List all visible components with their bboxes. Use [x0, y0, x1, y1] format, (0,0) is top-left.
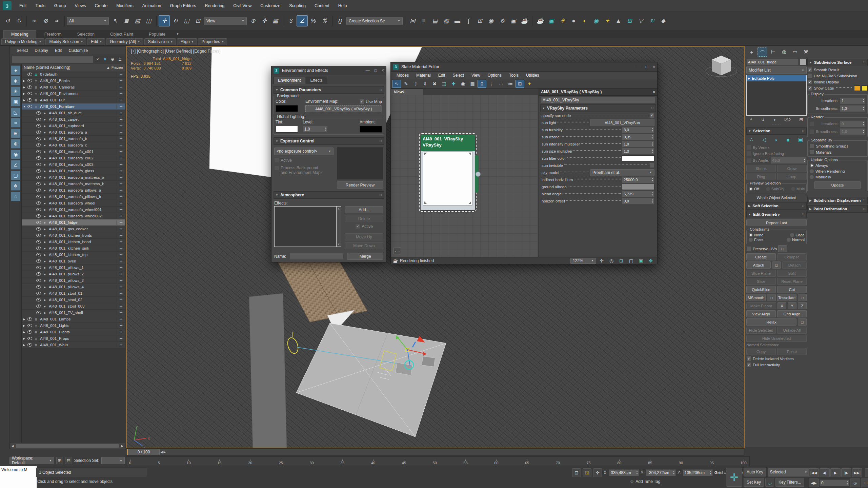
expand-arrow-icon[interactable]: ▶ — [23, 79, 27, 82]
effect-active-checkbox[interactable] — [355, 224, 360, 229]
ribbon-tool-button[interactable]: Properties▾ — [198, 38, 227, 45]
select-and-link-icon[interactable]: ∞ — [29, 15, 40, 26]
visibility-eye-icon[interactable] — [36, 201, 41, 205]
angle-snap-toggle-icon[interactable]: ∠ — [297, 15, 308, 26]
time-configuration-icon[interactable]: ◷ — [850, 479, 860, 487]
node-label[interactable]: 0 (default) — [40, 72, 117, 76]
move-column-icon[interactable]: ✛ — [117, 117, 125, 122]
panel-divider[interactable]: ······ — [746, 123, 807, 126]
filter-shapes-icon[interactable]: ◈ — [11, 76, 20, 85]
rollout-subdivision-surface[interactable]: ▼Subdivision Surface∷ — [807, 59, 868, 66]
indirect-horiz-illum-spinner[interactable]: 25000,0▲▼ — [622, 176, 654, 183]
zoom-region-icon[interactable]: ⊡ — [617, 257, 626, 265]
edit-named-selection-sets-icon[interactable]: {} — [335, 15, 346, 26]
relax-button[interactable]: Relax — [746, 318, 796, 326]
rollout-common-parameters[interactable]: ▼Common Parameters∷ — [274, 86, 384, 94]
expand-arrow-icon[interactable]: ▶ — [23, 331, 27, 334]
list-item[interactable]: AI48_001_air_duct ✛ — [22, 110, 125, 116]
visibility-eye-icon[interactable] — [36, 240, 41, 243]
auto-key-button[interactable]: Auto Key — [744, 468, 766, 476]
cage-color-swatch-1[interactable] — [854, 85, 860, 91]
vray-displacement-icon[interactable]: ▽ — [635, 15, 646, 26]
app-logo-icon[interactable]: 3 — [3, 1, 12, 10]
visibility-eye-icon[interactable] — [36, 298, 41, 301]
render-production-icon[interactable]: ☕ — [519, 15, 530, 26]
paste-button[interactable]: Paste — [777, 348, 807, 355]
next-frame-icon[interactable]: |▶ — [841, 468, 851, 477]
material-node[interactable]: AI48_001_VRaySky VRaySky — [421, 135, 475, 210]
z-coordinate-field[interactable]: 135,206cm▲▼ — [683, 469, 713, 476]
material-header[interactable]: AI48_001_VRaySky ( VRaySky )x — [539, 89, 657, 96]
list-item[interactable]: ▶ AI48_001_Lamps ✛ — [22, 316, 125, 323]
move-column-icon[interactable]: ✛ — [117, 201, 125, 206]
list-item[interactable]: 0 (default) ✛ — [22, 71, 125, 78]
list-item[interactable]: AI48_001_kitchen_fronts ✛ — [22, 232, 125, 239]
list-item[interactable]: AI48_001_eurosofa_c001 ✛ — [22, 149, 125, 155]
menu-item[interactable]: View — [468, 73, 484, 78]
preview-off-radio[interactable] — [748, 187, 753, 191]
filter-bones-icon[interactable]: ∠ — [11, 160, 20, 170]
show-background-icon[interactable]: ▩ — [468, 80, 477, 88]
preserve-uvs-settings-button[interactable]: □ — [778, 245, 787, 252]
filter-xrefs-icon[interactable]: ⊕ — [11, 139, 20, 149]
cage-color-swatch-2[interactable] — [862, 85, 868, 91]
list-item[interactable]: AI48_001_eurosofa_b ✛ — [22, 136, 125, 142]
material-name-field[interactable]: AI48_001_VRaySky — [541, 97, 655, 103]
tint-color-swatch[interactable] — [276, 126, 298, 133]
reference-coordinate-dropdown[interactable]: View▼ — [204, 17, 247, 25]
constraint-face-radio[interactable] — [748, 237, 753, 242]
visibility-eye-icon[interactable] — [36, 285, 41, 289]
node-label[interactable]: AI48_001_eurosofa_pillows_b — [49, 195, 117, 199]
column-header[interactable]: Name (Sorted Ascending) ▲Frozen — [22, 64, 125, 71]
effects-list[interactable]: ∧∨ — [274, 206, 341, 247]
filter-materials-icon[interactable]: ◉ — [11, 150, 20, 159]
node-label[interactable]: AI48_001_stool_003 — [49, 304, 117, 308]
toggle-scene-explorer-icon[interactable]: ▤ — [429, 15, 441, 26]
update-always-radio[interactable] — [809, 163, 814, 168]
attach-button[interactable]: Attach — [746, 261, 771, 269]
attach-list-button[interactable]: □ — [772, 261, 781, 269]
viewport-label[interactable]: [+] [Orthographic] [User Defined] [Edged… — [131, 49, 220, 54]
sky-model-dropdown[interactable]: Preetham et al.▼ — [590, 169, 654, 176]
move-column-icon[interactable]: ✛ — [117, 317, 125, 321]
visibility-eye-icon[interactable] — [36, 143, 41, 147]
node-label[interactable]: AI48_001_pillows_1 — [49, 266, 117, 270]
named-selection-set-dropdown[interactable]: Create Selection Se▼ — [346, 17, 403, 25]
visibility-eye-icon[interactable] — [27, 343, 32, 347]
environment-map-button[interactable]: AI48_001_VRaySky ( VRaySky ) — [305, 105, 382, 112]
maxscript-mini-listener[interactable]: Welcome to M — [0, 466, 37, 488]
move-column-icon[interactable]: ✛ — [117, 137, 125, 141]
move-column-icon[interactable]: ✛ — [117, 188, 125, 193]
menu-item[interactable]: Create — [90, 0, 112, 12]
display-tab-icon[interactable]: ▭ — [790, 47, 800, 57]
node-label[interactable]: AI48_001_TV_shelf — [49, 311, 117, 315]
move-column-icon[interactable]: ✛ — [117, 175, 125, 180]
visibility-eye-icon[interactable] — [36, 272, 41, 276]
sun-filter-color-swatch[interactable] — [622, 155, 654, 161]
absolute-mode-toggle-icon[interactable]: ✛ — [593, 468, 602, 477]
node-label[interactable]: AI48_001_eurosofa_mattress_b — [49, 182, 117, 186]
menu-item[interactable]: Scripting — [285, 0, 310, 12]
visibility-eye-icon[interactable] — [36, 259, 41, 263]
constraint-none-radio[interactable] — [748, 233, 753, 237]
by-vertex-checkbox[interactable] — [746, 145, 751, 150]
expand-arrow-icon[interactable]: ▶ — [23, 92, 27, 95]
ribbon-tab[interactable]: Object Paint — [103, 30, 141, 38]
move-column-icon[interactable]: ✛ — [117, 79, 125, 83]
move-column-icon[interactable]: ✛ — [117, 272, 125, 276]
zoom-icon[interactable]: ◎ — [865, 468, 868, 477]
node-label[interactable]: AI48_001_Books — [40, 79, 117, 83]
list-item[interactable]: AI48_001_eurosofa_a ✛ — [22, 129, 125, 136]
environment-effects-dialog[interactable]: 3 Environment and Effects — □ × Environm… — [271, 66, 386, 262]
spinner-snap-toggle-icon[interactable]: ⇅ — [319, 15, 330, 26]
ribbon-config-icon[interactable]: ▼ — [174, 31, 182, 37]
rollout-subdivision-displacement[interactable]: ▶Subdivision Displacement∷ — [807, 197, 868, 204]
select-by-name-icon[interactable]: ≣ — [121, 15, 132, 26]
add-time-tag[interactable]: Add Time Tag — [635, 479, 660, 484]
visibility-eye-icon[interactable] — [27, 105, 32, 108]
get-material-icon[interactable]: ⇩ — [421, 80, 429, 88]
vray-frame-buffer-icon[interactable]: ▣ — [546, 15, 557, 26]
expand-arrow-icon[interactable]: ▶ — [23, 337, 27, 340]
menu-item[interactable]: Group — [50, 0, 70, 12]
utilities-tab-icon[interactable]: ⚒ — [801, 47, 811, 57]
